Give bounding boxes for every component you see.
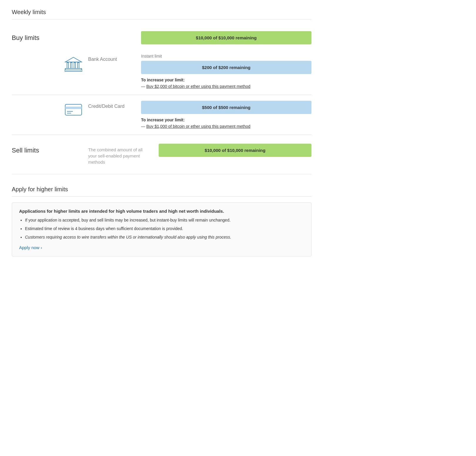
bank-account-details: Instant limit $200 of $200 remaining To … bbox=[141, 54, 311, 89]
svg-rect-4 bbox=[78, 63, 79, 68]
sell-limits-label: Sell limits bbox=[12, 144, 59, 154]
credit-card-row: Credit/Debit Card $500 of $500 remaining… bbox=[12, 95, 311, 135]
apply-bullets: If your application is accepted, buy and… bbox=[25, 217, 304, 240]
svg-rect-2 bbox=[71, 63, 72, 68]
instant-limit-bar: $200 of $200 remaining bbox=[141, 61, 311, 74]
weekly-limits-divider bbox=[12, 19, 311, 19]
increase-dash-bank: — bbox=[141, 84, 145, 89]
apply-section: Apply for higher limits Applications for… bbox=[12, 186, 311, 256]
svg-rect-6 bbox=[65, 70, 82, 71]
svg-marker-0 bbox=[65, 57, 82, 62]
svg-rect-7 bbox=[65, 104, 82, 115]
apply-bullet-3: Customers requiring access to wire trans… bbox=[25, 234, 304, 240]
increase-limit-link-row-bank: — Buy $2,000 of bitcoin or ether using t… bbox=[141, 84, 311, 89]
increase-limit-title-bank: To increase your limit: bbox=[141, 78, 311, 82]
increase-limit-title-card: To increase your limit: bbox=[141, 118, 311, 122]
buy-limits-label-spacer2 bbox=[12, 101, 59, 104]
apply-section-title: Apply for higher limits bbox=[12, 186, 311, 196]
apply-now-button[interactable]: Apply now › bbox=[19, 245, 42, 250]
sell-bar-container: $10,000 of $10,000 remaining bbox=[159, 144, 311, 160]
weekly-limit-bar: $10,000 of $10,000 remaining bbox=[141, 31, 311, 44]
increase-limit-link-card[interactable]: Buy $1,000 of bitcoin or ether using thi… bbox=[146, 124, 250, 129]
sell-limits-description: The combined amount of all your sell-ena… bbox=[88, 144, 147, 165]
credit-card-details: $500 of $500 remaining To increase your … bbox=[141, 101, 311, 129]
buy-limits-label: Buy limits bbox=[12, 31, 59, 42]
apply-bold-text: Applications for higher limits are inten… bbox=[19, 209, 304, 214]
bank-icon bbox=[59, 54, 88, 72]
apply-bullet-1: If your application is accepted, buy and… bbox=[25, 217, 304, 223]
instant-limit-label: Instant limit bbox=[141, 54, 311, 58]
buy-limits-weekly-row: Buy limits $10,000 of $10,000 remaining bbox=[12, 25, 311, 48]
bank-account-method-name: Bank Account bbox=[88, 54, 141, 62]
bank-account-row: Bank Account Instant limit $200 of $200 … bbox=[12, 48, 311, 95]
increase-limit-link-bank[interactable]: Buy $2,000 of bitcoin or ether using thi… bbox=[146, 84, 250, 89]
credit-card-icon bbox=[59, 101, 88, 116]
weekly-limits-title: Weekly limits bbox=[12, 9, 311, 19]
svg-rect-1 bbox=[67, 63, 68, 68]
weekly-bar-container: $10,000 of $10,000 remaining bbox=[141, 31, 311, 48]
svg-rect-3 bbox=[74, 63, 76, 68]
credit-card-method-name: Credit/Debit Card bbox=[88, 101, 141, 109]
sell-limit-bar: $10,000 of $10,000 remaining bbox=[159, 144, 311, 157]
buy-limits-label-spacer bbox=[12, 54, 59, 57]
sell-limits-row: Sell limits The combined amount of all y… bbox=[12, 135, 311, 174]
apply-divider bbox=[12, 196, 311, 197]
apply-bullet-2: Estimated time of review is 4 business d… bbox=[25, 226, 304, 232]
increase-limit-link-row-card: — Buy $1,000 of bitcoin or ether using t… bbox=[141, 124, 311, 129]
apply-info-box: Applications for higher limits are inten… bbox=[12, 202, 311, 256]
svg-rect-8 bbox=[65, 107, 82, 109]
weekly-limits-section: Weekly limits Buy limits $10,000 of $10,… bbox=[12, 9, 311, 174]
credit-card-limit-bar: $500 of $500 remaining bbox=[141, 101, 311, 114]
increase-dash-card: — bbox=[141, 124, 145, 129]
